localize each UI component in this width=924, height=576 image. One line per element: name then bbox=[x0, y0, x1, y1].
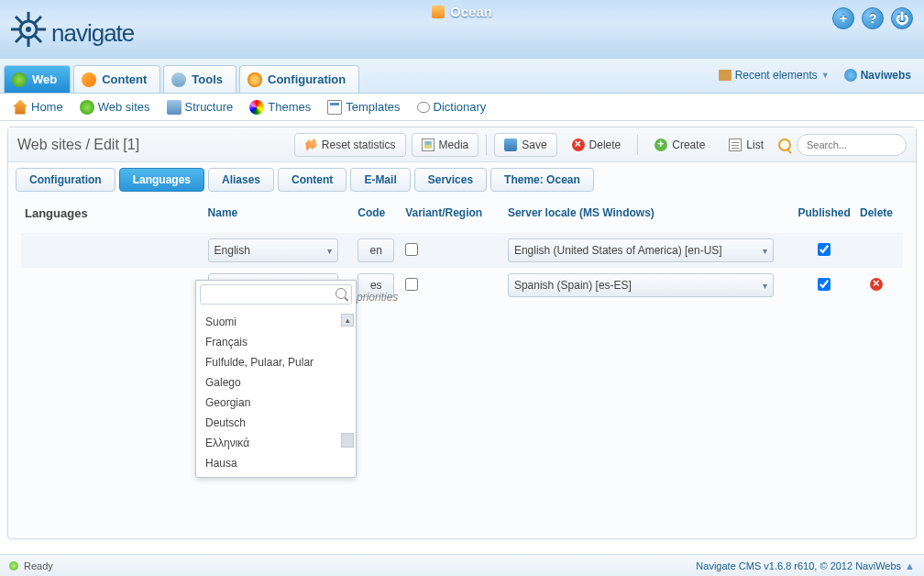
tab-tools[interactable]: Tools bbox=[163, 65, 236, 93]
user-label: Naviwebs bbox=[861, 69, 911, 82]
globe-icon bbox=[80, 100, 94, 115]
itab-email[interactable]: E-Mail bbox=[350, 168, 410, 192]
chevron-down-icon: ▼ bbox=[821, 71, 830, 80]
breadcrumb: Web sites / Edit [1] bbox=[17, 137, 139, 153]
svg-line-7 bbox=[35, 36, 41, 42]
search-input[interactable] bbox=[797, 134, 907, 156]
user-link[interactable]: Naviwebs bbox=[844, 69, 911, 82]
triangle-icon: ▲ bbox=[905, 560, 915, 571]
priorities-hint: priorities bbox=[357, 291, 398, 304]
itab-services[interactable]: Services bbox=[414, 168, 487, 192]
subnav-home[interactable]: Home bbox=[13, 100, 63, 115]
delete-label: Delete bbox=[589, 138, 622, 151]
power-button[interactable]: ⏻ bbox=[891, 7, 913, 29]
add-button[interactable]: + bbox=[832, 7, 854, 29]
variant-checkbox[interactable] bbox=[405, 278, 418, 291]
reset-icon bbox=[304, 138, 317, 151]
main-tab-bar: Web Content Tools Configuration Recent e… bbox=[0, 59, 924, 94]
pencil-icon bbox=[82, 72, 96, 87]
svg-line-6 bbox=[16, 17, 22, 23]
locale-select[interactable]: Spanish (Spain) [es-ES] bbox=[508, 273, 774, 297]
subnav-templates[interactable]: Templates bbox=[327, 100, 400, 115]
itab-aliases[interactable]: Aliases bbox=[208, 168, 274, 192]
recent-elements-link[interactable]: Recent elements▼ bbox=[719, 69, 830, 82]
company-link[interactable]: NaviWebs bbox=[855, 560, 901, 571]
subnav-themes[interactable]: Themes bbox=[249, 100, 311, 115]
media-button[interactable]: Media bbox=[412, 133, 479, 157]
create-button[interactable]: Create bbox=[645, 133, 714, 157]
tab-configuration[interactable]: Configuration bbox=[239, 65, 359, 93]
scroll-up-button[interactable]: ▴ bbox=[341, 314, 354, 327]
itab-configuration[interactable]: Configuration bbox=[16, 168, 116, 192]
itab-content[interactable]: Content bbox=[278, 168, 346, 192]
status-bar: Ready Navigate CMS v1.6.8 r610, © 2012 N… bbox=[0, 554, 924, 576]
svg-line-9 bbox=[16, 36, 22, 42]
side-label: Languages bbox=[25, 206, 208, 220]
dropdown-item[interactable]: Galego bbox=[196, 372, 356, 393]
subnav-websites-label: Web sites bbox=[98, 100, 150, 114]
table-row: Español es Spanish (Spain) [es-ES] bbox=[21, 268, 903, 303]
scrollbar-thumb[interactable] bbox=[341, 433, 354, 448]
dropdown-search-input[interactable] bbox=[200, 284, 352, 305]
dropdown-item[interactable]: Hausa bbox=[196, 453, 356, 473]
search-icon bbox=[336, 288, 346, 299]
product-link[interactable]: Navigate CMS v1.6.8 r610 bbox=[696, 560, 814, 571]
title-text: Ocean bbox=[450, 4, 492, 19]
name-select[interactable]: English bbox=[208, 238, 338, 262]
subnav-dictionary[interactable]: Dictionary bbox=[417, 100, 487, 114]
itab-languages[interactable]: Languages bbox=[119, 168, 204, 192]
create-icon bbox=[654, 138, 667, 151]
dropdown-item[interactable]: Fulfulde, Pulaar, Pular bbox=[196, 352, 356, 372]
dropdown-item[interactable]: Deutsch bbox=[196, 413, 356, 433]
save-button[interactable]: Save bbox=[494, 133, 556, 157]
col-variant: Variant/Region bbox=[405, 206, 508, 220]
logo-wheel-icon bbox=[9, 10, 48, 49]
globe-icon bbox=[12, 72, 27, 87]
status-dot-icon bbox=[9, 561, 18, 570]
name-value: English bbox=[214, 244, 250, 257]
dropdown-item[interactable]: Georgian bbox=[196, 393, 356, 413]
reset-label: Reset statistics bbox=[322, 138, 396, 151]
footer-copy: , © 2012 bbox=[814, 560, 855, 571]
reset-statistics-button[interactable]: Reset statistics bbox=[294, 133, 406, 157]
tab-web-label: Web bbox=[32, 72, 57, 86]
published-checkbox[interactable] bbox=[818, 243, 830, 256]
home-icon bbox=[432, 6, 445, 18]
code-input[interactable]: en bbox=[358, 238, 394, 262]
dropdown-item[interactable]: Français bbox=[196, 332, 356, 352]
variant-checkbox[interactable] bbox=[405, 243, 418, 256]
home-icon bbox=[13, 100, 28, 115]
locale-value: Spanish (Spain) [es-ES] bbox=[514, 279, 632, 292]
inner-tab-bar: Configuration Languages Aliases Content … bbox=[8, 162, 916, 192]
dropdown-item[interactable]: Suomi bbox=[196, 312, 356, 332]
tab-web[interactable]: Web bbox=[4, 65, 71, 93]
itab-theme[interactable]: Theme: Ocean bbox=[490, 168, 594, 192]
dictionary-icon bbox=[417, 102, 430, 113]
svg-line-8 bbox=[35, 17, 41, 23]
window-title: Ocean bbox=[432, 4, 492, 19]
delete-button[interactable]: Delete bbox=[563, 133, 631, 157]
subnav-websites[interactable]: Web sites bbox=[80, 100, 150, 115]
status-text: Ready bbox=[24, 560, 53, 571]
search-icon bbox=[778, 138, 791, 151]
locale-select[interactable]: English (United States of America) [en-U… bbox=[508, 238, 774, 262]
dropdown-item[interactable]: Ελληνικά bbox=[196, 433, 356, 453]
col-name: Name bbox=[208, 206, 358, 220]
tab-content[interactable]: Content bbox=[73, 65, 160, 93]
template-icon bbox=[327, 100, 342, 115]
language-dropdown: ▴ Suomi Français Fulfulde, Pulaar, Pular… bbox=[195, 280, 357, 478]
sub-nav: Home Web sites Structure Themes Template… bbox=[0, 94, 924, 121]
published-checkbox[interactable] bbox=[818, 278, 830, 291]
media-label: Media bbox=[439, 138, 469, 151]
tab-config-label: Configuration bbox=[268, 72, 346, 86]
list-button[interactable]: List bbox=[720, 133, 773, 157]
list-label: List bbox=[746, 138, 764, 151]
subnav-structure[interactable]: Structure bbox=[167, 100, 234, 115]
help-button[interactable]: ? bbox=[862, 7, 884, 29]
locale-value: English (United States of America) [en-U… bbox=[514, 244, 722, 257]
recent-label: Recent elements bbox=[735, 69, 818, 82]
delete-row-button[interactable] bbox=[870, 278, 883, 291]
separator bbox=[486, 135, 487, 155]
languages-grid: Languages Name Code Variant/Region Serve… bbox=[8, 192, 916, 312]
subnav-structure-label: Structure bbox=[185, 100, 234, 114]
